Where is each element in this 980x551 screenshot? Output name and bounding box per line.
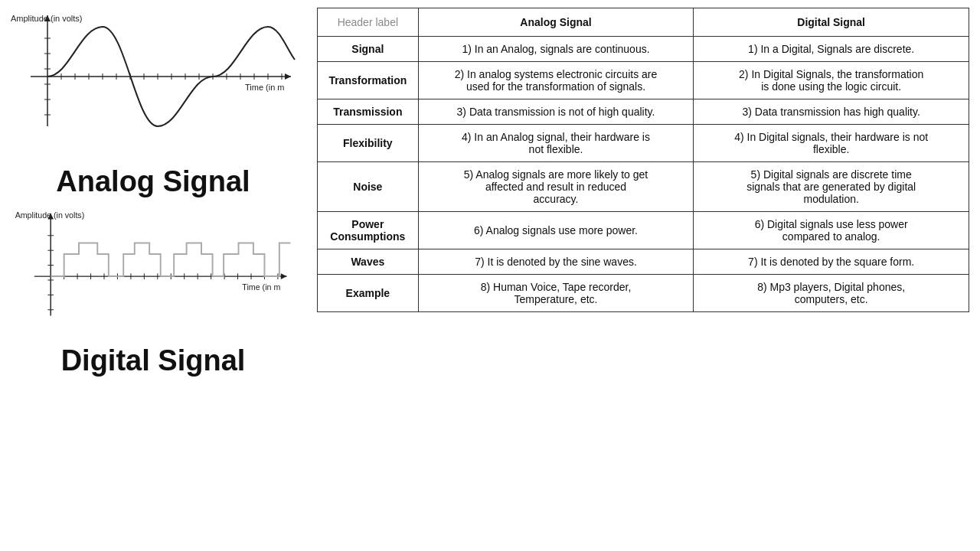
digital-graph-container: Amplitude (in volts) [8, 206, 299, 340]
analog-cell-6: 7) It is denoted by the sine waves. [418, 249, 694, 275]
analog-section: Amplitude (in volts) [8, 8, 299, 206]
feature-cell-4: Noise [318, 162, 419, 212]
digital-cell-2: 3) Data transmission has high quality. [694, 99, 969, 125]
digital-title: Digital Signal [8, 344, 299, 377]
analog-cell-5: 6) Analog signals use more power. [418, 212, 694, 249]
digital-cell-6: 7) It is denoted by the square form. [694, 249, 969, 275]
feature-cell-6: Waves [318, 249, 419, 275]
digital-cell-7: 8) Mp3 players, Digital phones, computer… [694, 275, 969, 312]
table-row: Waves7) It is denoted by the sine waves.… [318, 249, 969, 275]
analog-cell-0: 1) In an Analog, signals are continuous. [418, 37, 694, 62]
table-row: Power Consumptions6) Analog signals use … [318, 212, 969, 249]
digital-cell-5: 6) Digital signals use less power compar… [694, 212, 969, 249]
analog-cell-1: 2) In analog systems electronic circuits… [418, 62, 694, 99]
right-panel: Header label Analog Signal Digital Signa… [314, 0, 980, 551]
feature-cell-7: Example [318, 275, 419, 312]
feature-cell-1: Transformation [318, 62, 419, 99]
col-header-analog: Analog Signal [418, 8, 694, 37]
comparison-table: Header label Analog Signal Digital Signa… [317, 8, 969, 312]
digital-cell-0: 1) In a Digital, Signals are discrete. [694, 37, 969, 62]
left-panel: Amplitude (in volts) [0, 0, 314, 551]
digital-graph-svg: Amplitude (in volts) [8, 206, 299, 328]
feature-cell-0: Signal [318, 37, 419, 62]
analog-cell-3: 4) In an Analog signal, their hardware i… [418, 125, 694, 162]
table-row: Noise5) Analog signals are more likely t… [318, 162, 969, 212]
table-row: Example8) Human Voice, Tape recorder, Te… [318, 275, 969, 312]
analog-title: Analog Signal [8, 165, 299, 198]
feature-cell-2: Transmission [318, 99, 419, 125]
table-row: Signal1) In an Analog, signals are conti… [318, 37, 969, 62]
digital-cell-3: 4) In Digital signals, their hardware is… [694, 125, 969, 162]
feature-cell-3: Flexibility [318, 125, 419, 162]
analog-cell-2: 3) Data transmission is not of high qual… [418, 99, 694, 125]
analog-x-label: Time (in m [245, 83, 285, 92]
analog-cell-7: 8) Human Voice, Tape recorder, Temperatu… [418, 275, 694, 312]
table-row: Flexibility4) In an Analog signal, their… [318, 125, 969, 162]
table-row: Transformation2) In analog systems elect… [318, 62, 969, 99]
table-row: Transmission3) Data transmission is not … [318, 99, 969, 125]
svg-marker-2 [285, 73, 291, 80]
feature-cell-5: Power Consumptions [318, 212, 419, 249]
col-header-digital: Digital Signal [694, 8, 969, 37]
digital-cell-4: 5) Digital signals are discrete time sig… [694, 162, 969, 212]
digital-cell-1: 2) In Digital Signals, the transformatio… [694, 62, 969, 99]
digital-section: Amplitude (in volts) [8, 206, 299, 385]
svg-marker-29 [281, 273, 287, 279]
analog-graph-svg: Amplitude (in volts) [8, 8, 299, 138]
col-header-feature: Header label [318, 8, 419, 37]
digital-x-label: Time (in m [242, 282, 280, 292]
analog-graph-container: Amplitude (in volts) [8, 8, 299, 161]
analog-cell-4: 5) Analog signals are more likely to get… [418, 162, 694, 212]
table-header-row: Header label Analog Signal Digital Signa… [318, 8, 969, 37]
